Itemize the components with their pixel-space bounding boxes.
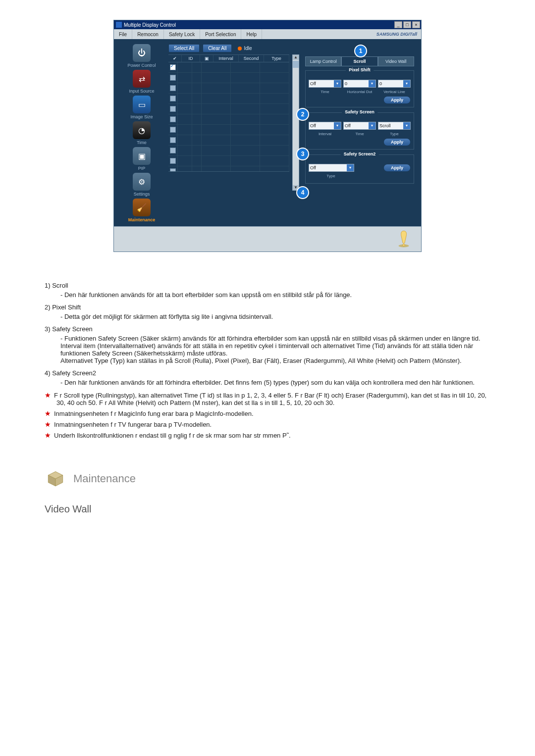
chevron-down-icon: ▾ (403, 122, 410, 129)
menu-safetylock[interactable]: Safety Lock (164, 29, 200, 39)
chevron-down-icon: ▾ (403, 80, 410, 87)
chevron-down-icon: ▾ (334, 122, 341, 129)
menu-portselection[interactable]: Port Selection (200, 29, 241, 39)
subsection-title: Video Wall (45, 504, 490, 515)
sidebar-item-pip[interactable]: ▣PIP (118, 147, 165, 171)
table-row[interactable] (168, 94, 289, 104)
box-icon (45, 469, 66, 489)
brand-label: SAMSUNG DIGITall (373, 32, 421, 37)
doc-item-3: 3) Safety Screen - Funktionen Safety Scr… (45, 325, 490, 364)
pixel-shift-apply-button[interactable]: Apply (383, 96, 411, 104)
star-icon: ★ (45, 431, 51, 439)
pixel-shift-onoff[interactable]: Off▾ (309, 80, 341, 88)
close-button[interactable]: × (412, 21, 420, 28)
menubar: File Remocon Safety Lock Port Selection … (114, 29, 421, 39)
note-1: ★F r Scroll type (Rullningstyp), kan alt… (56, 391, 490, 406)
row-checkbox[interactable] (170, 158, 176, 164)
image-icon: ▭ (133, 96, 151, 113)
sidebar-item-image[interactable]: ▭Image Size (118, 96, 165, 119)
note-3: ★Inmatningsenheten f r TV fungerar bara … (56, 420, 490, 428)
section-title: Maintenance (73, 472, 136, 485)
safety-screen-group: Safety Screen Off▾ Off▾ Scroll▾ Interval… (305, 112, 414, 150)
status-dot-icon (238, 47, 242, 50)
scroll-thumb[interactable] (293, 61, 299, 68)
sidebar-item-maintenance[interactable]: 🧹Maintenance (118, 199, 165, 222)
tab-video-wall[interactable]: Video Wall (378, 56, 414, 66)
sidebar-item-time[interactable]: ◔Time (118, 121, 165, 145)
menu-help[interactable]: Help (241, 29, 262, 39)
table-row[interactable] (168, 83, 289, 94)
sidebar-item-power[interactable]: ⏻Power Control (118, 44, 165, 68)
tab-scroll[interactable]: Scroll (341, 56, 377, 66)
star-icon: ★ (45, 391, 51, 399)
safety-screen2-type[interactable]: Off▾ (309, 164, 354, 172)
callout-badge-4: 4 (296, 186, 309, 199)
label-type: Type (378, 132, 411, 136)
svg-point-1 (403, 244, 405, 247)
safety-screen-type[interactable]: Scroll▾ (378, 122, 411, 130)
pixel-shift-hdot[interactable]: 0▾ (343, 80, 376, 88)
row-checkbox[interactable] (170, 116, 176, 122)
chevron-down-icon: ▾ (334, 80, 341, 87)
safety-screen2-apply-button[interactable]: Apply (383, 164, 411, 172)
table-row[interactable] (168, 156, 289, 166)
note-4: ★Underh llskontrollfunktionen r endast t… (56, 431, 490, 439)
sidebar-item-settings[interactable]: ⚙Settings (118, 173, 165, 197)
table-row[interactable] (168, 146, 289, 156)
status-bar (114, 226, 421, 252)
safety-screen-interval[interactable]: Off▾ (309, 122, 341, 130)
minimize-button[interactable]: _ (394, 21, 402, 28)
label-time2: Time (343, 132, 376, 136)
select-all-button[interactable]: Select All (168, 44, 200, 52)
row-checkbox[interactable] (170, 64, 176, 70)
menu-file[interactable]: File (114, 29, 132, 39)
scroll-up-icon[interactable]: ▲ (293, 55, 299, 60)
callout-badge-3: 3 (296, 148, 309, 160)
col-interval: Interval (214, 55, 239, 62)
menu-remocon[interactable]: Remocon (132, 29, 164, 39)
sidebar-item-input[interactable]: ⇄Input Source (118, 70, 165, 94)
row-checkbox[interactable] (170, 96, 176, 101)
tab-lamp-control[interactable]: Lamp Control (305, 56, 341, 66)
row-checkbox[interactable] (170, 106, 176, 112)
table-scrollbar[interactable]: ▲ ▼ (292, 54, 299, 191)
pip-icon: ▣ (133, 147, 151, 165)
row-checkbox[interactable] (170, 148, 176, 153)
table-row[interactable] (168, 104, 289, 114)
table-row[interactable] (168, 114, 289, 125)
label-time: Time (309, 90, 341, 94)
label-hdot: Horizontal Dot (343, 90, 376, 94)
pixel-shift-title: Pixel Shift (346, 67, 374, 72)
row-checkbox[interactable] (170, 137, 176, 143)
row-checkbox[interactable] (170, 75, 176, 81)
table-row[interactable] (168, 166, 289, 172)
col-status: ▣ (200, 55, 214, 62)
table-body (168, 62, 289, 172)
app-window: Multiple Display Control _ □ × File Remo… (113, 20, 422, 252)
pixel-shift-vline[interactable]: 0▾ (378, 80, 411, 88)
table-row[interactable] (168, 62, 289, 73)
row-checkbox[interactable] (170, 168, 176, 172)
status-idle: Idle (238, 46, 252, 51)
doc-item-4: 4) Safety Screen2 - Den här funktionen a… (45, 369, 490, 386)
row-checkbox[interactable] (170, 127, 176, 133)
maximize-button[interactable]: □ (403, 21, 411, 28)
table-row[interactable] (168, 135, 289, 146)
label-interval: Interval (309, 132, 341, 136)
app-icon (116, 22, 122, 28)
safety-screen-time[interactable]: Off▾ (343, 122, 376, 130)
brush-icon: 🧹 (133, 199, 151, 216)
clock-icon: ◔ (133, 121, 151, 139)
col-type: Type (264, 55, 289, 62)
chevron-down-icon: ▾ (369, 122, 375, 129)
safety-screen2-group: Safety Screen2 Off▾ Apply Type (305, 154, 414, 184)
safety-screen-apply-button[interactable]: Apply (383, 138, 411, 146)
gear-icon: ⚙ (133, 173, 151, 191)
clear-all-button[interactable]: Clear All (203, 44, 232, 52)
row-checkbox[interactable] (170, 85, 176, 91)
table-row[interactable] (168, 125, 289, 135)
label-vline: Vertical Line (378, 90, 411, 94)
table-row[interactable] (168, 73, 289, 83)
col-check: ✔ (168, 55, 182, 62)
section-heading: Maintenance (45, 469, 490, 489)
